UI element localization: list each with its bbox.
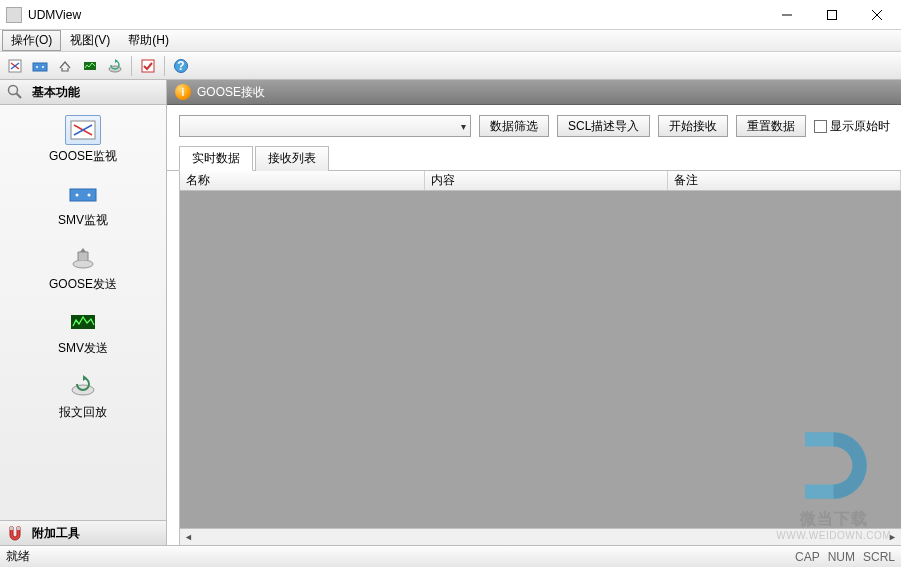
- menu-view[interactable]: 视图(V): [61, 30, 119, 51]
- magnifier-icon: [6, 83, 24, 101]
- goose-send-icon: [65, 243, 101, 273]
- toolbar-btn-check[interactable]: [137, 55, 159, 77]
- magnet-icon: [6, 524, 24, 542]
- app-icon: [6, 7, 22, 23]
- svg-rect-12: [142, 60, 154, 72]
- minimize-button[interactable]: [764, 0, 809, 29]
- svg-rect-20: [70, 189, 96, 201]
- sidebar-item-replay[interactable]: 报文回放: [0, 371, 166, 421]
- sidebar-item-smv-send[interactable]: SMV发送: [0, 307, 166, 357]
- svg-rect-27: [17, 527, 20, 530]
- status-ready: 就绪: [6, 548, 787, 565]
- sidebar-item-smv-monitor[interactable]: SMV监视: [0, 179, 166, 229]
- sidebar-item-goose-monitor[interactable]: GOOSE监视: [0, 115, 166, 165]
- svg-rect-26: [10, 527, 13, 530]
- status-num: NUM: [828, 550, 855, 564]
- sidebar-item-label: SMV发送: [58, 340, 108, 357]
- toolbar-btn-help[interactable]: ?: [170, 55, 192, 77]
- start-receive-button[interactable]: 开始接收: [658, 115, 728, 137]
- toolbar-separator-2: [164, 56, 165, 76]
- tab-realtime[interactable]: 实时数据: [179, 146, 253, 171]
- content: i GOOSE接收 ▾ 数据筛选 SCL描述导入 开始接收 重置数据 显示原始时…: [167, 80, 901, 545]
- menu-operation[interactable]: 操作(O): [2, 30, 61, 51]
- svg-point-23: [73, 260, 93, 268]
- column-content[interactable]: 内容: [425, 171, 668, 190]
- toolbar: ?: [0, 52, 901, 80]
- svg-text:?: ?: [177, 59, 184, 73]
- svg-point-21: [76, 194, 79, 197]
- sidebar-footer-label: 附加工具: [32, 525, 80, 542]
- close-button[interactable]: [854, 0, 899, 29]
- svg-point-8: [36, 66, 38, 68]
- horizontal-scrollbar[interactable]: ◄ ►: [180, 528, 901, 545]
- checkbox-label: 显示原始时: [830, 118, 890, 135]
- svg-rect-1: [827, 10, 836, 19]
- status-scrl: SCRL: [863, 550, 895, 564]
- content-title: GOOSE接收: [197, 84, 265, 101]
- column-name[interactable]: 名称: [180, 171, 425, 190]
- menubar: 操作(O) 视图(V) 帮助(H): [0, 30, 901, 52]
- sidebar-footer-addon[interactable]: 附加工具: [0, 520, 166, 545]
- sidebar-item-label: SMV监视: [58, 212, 108, 229]
- titlebar: UDMView: [0, 0, 901, 30]
- sidebar-item-goose-send[interactable]: GOOSE发送: [0, 243, 166, 293]
- sidebar-item-label: 报文回放: [59, 404, 107, 421]
- main-area: 基本功能 GOOSE监视 SMV监视 GOOSE发送 SMV发送 报文回放: [0, 80, 901, 545]
- smv-monitor-icon: [65, 179, 101, 209]
- maximize-button[interactable]: [809, 0, 854, 29]
- sidebar-header-label: 基本功能: [32, 84, 80, 101]
- filter-row: ▾ 数据筛选 SCL描述导入 开始接收 重置数据 显示原始时: [167, 115, 901, 145]
- toolbar-btn-2[interactable]: [29, 55, 51, 77]
- toolbar-btn-5[interactable]: [104, 55, 126, 77]
- svg-point-22: [88, 194, 91, 197]
- sidebar-body: GOOSE监视 SMV监视 GOOSE发送 SMV发送 报文回放: [0, 105, 166, 520]
- sidebar-item-label: GOOSE监视: [49, 148, 117, 165]
- column-remark[interactable]: 备注: [668, 171, 901, 190]
- smv-send-icon: [65, 307, 101, 337]
- reset-data-button[interactable]: 重置数据: [736, 115, 806, 137]
- toolbar-btn-3[interactable]: [54, 55, 76, 77]
- status-cap: CAP: [795, 550, 820, 564]
- goose-monitor-icon: [65, 115, 101, 145]
- chevron-down-icon: ▾: [461, 121, 466, 132]
- content-body: ▾ 数据筛选 SCL描述导入 开始接收 重置数据 显示原始时 实时数据 接收列表…: [167, 105, 901, 545]
- table-body: ◄ ►: [180, 191, 901, 545]
- menu-help[interactable]: 帮助(H): [119, 30, 178, 51]
- svg-point-9: [42, 66, 44, 68]
- sidebar: 基本功能 GOOSE监视 SMV监视 GOOSE发送 SMV发送 报文回放: [0, 80, 167, 545]
- sidebar-header-basic[interactable]: 基本功能: [0, 80, 166, 105]
- table-header: 名称 内容 备注: [180, 171, 901, 191]
- window-title: UDMView: [28, 8, 764, 22]
- toolbar-btn-1[interactable]: [4, 55, 26, 77]
- svg-line-16: [17, 94, 22, 99]
- svg-rect-7: [33, 63, 47, 71]
- statusbar: 就绪 CAP NUM SCRL: [0, 545, 901, 567]
- data-table: 名称 内容 备注 ◄ ►: [179, 171, 901, 545]
- filter-button[interactable]: 数据筛选: [479, 115, 549, 137]
- tab-receive-list[interactable]: 接收列表: [255, 146, 329, 171]
- content-header: i GOOSE接收: [167, 80, 901, 105]
- show-raw-checkbox[interactable]: 显示原始时: [814, 118, 890, 135]
- toolbar-btn-4[interactable]: [79, 55, 101, 77]
- sidebar-item-label: GOOSE发送: [49, 276, 117, 293]
- toolbar-separator: [131, 56, 132, 76]
- replay-icon: [65, 371, 101, 401]
- scl-import-button[interactable]: SCL描述导入: [557, 115, 650, 137]
- info-icon: i: [175, 84, 191, 100]
- scroll-right-icon: ►: [884, 529, 901, 545]
- checkbox-box-icon: [814, 120, 827, 133]
- filter-combobox[interactable]: ▾: [179, 115, 471, 137]
- svg-point-15: [9, 86, 18, 95]
- scroll-left-icon: ◄: [180, 529, 197, 545]
- tabs: 实时数据 接收列表: [167, 145, 901, 171]
